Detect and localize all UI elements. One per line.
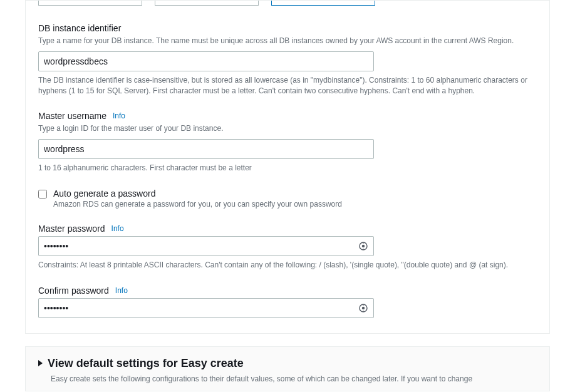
master-password-hint: Constraints: At least 8 printable ASCII … <box>38 260 537 271</box>
caret-right-icon <box>38 360 43 366</box>
master-username-desc: Type a login ID for the master user of y… <box>38 123 537 134</box>
master-username-info-link[interactable]: Info <box>113 111 125 120</box>
master-username-input[interactable] <box>38 139 374 159</box>
default-settings-panel: View default settings for Easy create Ea… <box>25 346 550 391</box>
master-username-label: Master username <box>38 111 106 121</box>
confirm-password-group: Confirm password Info <box>38 286 537 318</box>
auto-generate-password-label: Auto generate a password <box>53 188 342 199</box>
auto-generate-password-desc: Amazon RDS can generate a password for y… <box>53 200 342 209</box>
db-instance-identifier-hint: The DB instance identifier is case-insen… <box>38 75 537 96</box>
confirm-password-input[interactable] <box>38 298 374 318</box>
size-option-2[interactable] <box>155 1 259 6</box>
db-instance-identifier-group: DB instance identifier Type a name for y… <box>38 23 537 96</box>
auto-generate-password-checkbox[interactable] <box>38 190 47 199</box>
svg-point-1 <box>362 245 365 247</box>
svg-point-3 <box>362 307 365 309</box>
db-instance-identifier-desc: Type a name for your DB instance. The na… <box>38 36 537 46</box>
default-settings-expander[interactable]: View default settings for Easy create <box>38 357 537 370</box>
confirm-password-info-link[interactable]: Info <box>115 286 128 295</box>
settings-panel: DB instance identifier Type a name for y… <box>25 0 550 334</box>
master-username-group: Master username Info Type a login ID for… <box>38 111 537 173</box>
confirm-password-label: Confirm password <box>38 286 109 296</box>
show-password-icon[interactable] <box>358 240 369 252</box>
db-instance-identifier-label: DB instance identifier <box>38 23 121 33</box>
db-instance-identifier-input[interactable] <box>38 51 374 71</box>
default-settings-desc: Easy create sets the following configura… <box>38 374 537 384</box>
master-password-info-link[interactable]: Info <box>111 224 124 233</box>
default-settings-title: View default settings for Easy create <box>48 357 244 370</box>
size-option-1[interactable] <box>38 1 142 6</box>
master-username-hint: 1 to 16 alphanumeric characters. First c… <box>38 163 537 173</box>
auto-generate-password-row: Auto generate a password Amazon RDS can … <box>38 188 537 209</box>
size-options-row <box>38 1 537 6</box>
size-option-3[interactable] <box>271 1 375 6</box>
master-password-label: Master password <box>38 224 105 234</box>
show-confirm-password-icon[interactable] <box>358 302 369 314</box>
master-password-group: Master password Info Constraints: At lea… <box>38 224 537 271</box>
master-password-input[interactable] <box>38 236 374 256</box>
